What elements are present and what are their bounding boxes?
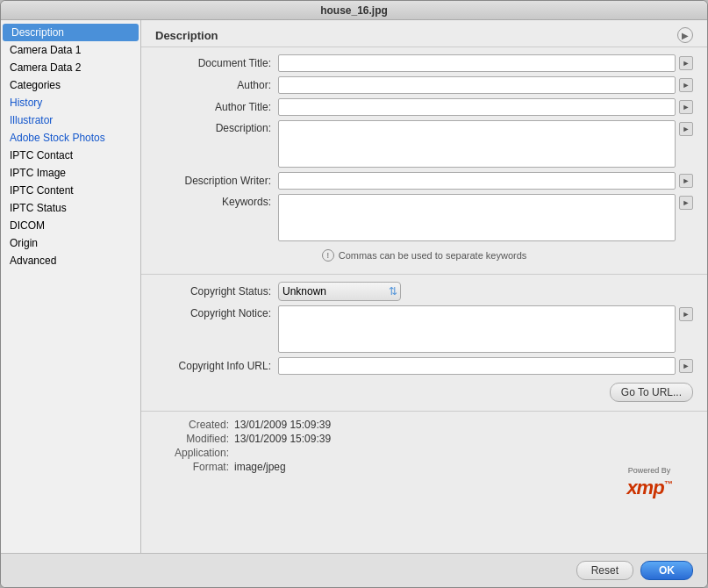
format-value: image/jpeg: [234, 461, 286, 473]
main-content: Description ▶ Document Title: ► Author: …: [141, 20, 707, 553]
keywords-expand[interactable]: ►: [679, 196, 693, 210]
author-expand[interactable]: ►: [679, 78, 693, 92]
bottom-bar: Reset OK: [1, 553, 707, 587]
titlebar: house_16.jpg: [1, 1, 707, 20]
created-row: Created: 13/01/2009 15:09:39: [155, 419, 605, 431]
author-title-input[interactable]: [278, 98, 676, 116]
format-label: Format:: [155, 461, 234, 473]
sidebar-item-illustrator[interactable]: Illustrator: [1, 111, 140, 129]
modified-row: Modified: 13/01/2009 15:09:39: [155, 433, 605, 445]
copyright-status-label: Copyright Status:: [155, 285, 278, 298]
author-label: Author:: [155, 79, 278, 91]
sidebar-item-dicom[interactable]: DICOM: [1, 217, 140, 234]
description-writer-label: Description Writer:: [155, 175, 278, 187]
document-title-input[interactable]: [278, 54, 676, 72]
author-title-expand[interactable]: ►: [679, 100, 693, 114]
sidebar-item-iptc-contact[interactable]: IPTC Contact: [1, 147, 140, 164]
application-row: Application:: [155, 447, 605, 459]
document-title-label: Document Title:: [155, 57, 278, 69]
copyright-notice-row: Copyright Notice: ►: [155, 305, 693, 353]
hint-icon: !: [322, 249, 334, 262]
sidebar-item-history[interactable]: History: [1, 94, 140, 111]
sidebar-item-iptc-content[interactable]: IPTC Content: [1, 182, 140, 199]
author-title-label: Author Title:: [155, 101, 278, 113]
copyright-notice-textarea[interactable]: [278, 305, 676, 353]
xmp-branding: Powered By xmp™: [605, 419, 693, 546]
keywords-hint-row: ! Commas can be used to separate keyword…: [155, 246, 693, 267]
created-value: 13/01/2009 15:09:39: [234, 419, 331, 431]
copyright-url-row: Copyright Info URL: ►: [155, 357, 693, 375]
footer-info: Created: 13/01/2009 15:09:39 Modified: 1…: [141, 412, 707, 553]
reset-button[interactable]: Reset: [576, 561, 633, 580]
xmp-logo: xmp™: [626, 477, 671, 499]
copyright-url-expand[interactable]: ►: [679, 359, 693, 373]
window-title: house_16.jpg: [320, 4, 388, 17]
document-title-row: Document Title: ►: [155, 54, 693, 72]
sidebar-item-camera-data-2[interactable]: Camera Data 2: [1, 59, 140, 76]
keywords-row: Keywords: ►: [155, 194, 693, 241]
sidebar-item-origin[interactable]: Origin: [1, 234, 140, 252]
copyright-url-input[interactable]: [278, 357, 676, 375]
section-next-button[interactable]: ▶: [677, 27, 693, 43]
description-form-area: Document Title: ► Author: ► Author Title…: [141, 47, 707, 275]
description-row: Description: ►: [155, 120, 693, 168]
created-label: Created:: [155, 419, 234, 431]
sidebar-item-categories[interactable]: Categories: [1, 76, 140, 94]
description-textarea[interactable]: [278, 120, 676, 168]
copyright-notice-expand[interactable]: ►: [679, 307, 693, 321]
sidebar-item-adobe-stock-photos[interactable]: Adobe Stock Photos: [1, 129, 140, 147]
window-body: DescriptionCamera Data 1Camera Data 2Cat…: [1, 20, 707, 553]
sidebar-item-advanced[interactable]: Advanced: [1, 252, 140, 269]
powered-by-text: Powered By: [628, 466, 671, 475]
copyright-status-wrapper: Unknown Copyrighted Public Domain ⇅: [278, 282, 401, 301]
copyright-status-select[interactable]: Unknown Copyrighted Public Domain: [278, 282, 401, 301]
sidebar-item-camera-data-1[interactable]: Camera Data 1: [1, 41, 140, 59]
description-writer-row: Description Writer: ►: [155, 172, 693, 190]
description-label: Description:: [155, 122, 278, 134]
description-writer-expand[interactable]: ►: [679, 174, 693, 188]
keywords-textarea[interactable]: [278, 194, 676, 241]
footer-meta: Created: 13/01/2009 15:09:39 Modified: 1…: [155, 419, 605, 546]
keywords-label: Keywords:: [155, 196, 278, 208]
modified-label: Modified:: [155, 433, 234, 445]
application-label: Application:: [155, 447, 234, 459]
author-row: Author: ►: [155, 76, 693, 94]
sidebar-item-description[interactable]: Description: [3, 24, 139, 41]
ok-button[interactable]: OK: [640, 561, 693, 580]
format-row: Format: image/jpeg: [155, 461, 605, 473]
sidebar: DescriptionCamera Data 1Camera Data 2Cat…: [1, 20, 141, 553]
copyright-notice-label: Copyright Notice:: [155, 307, 278, 319]
author-input[interactable]: [278, 76, 676, 94]
section-header: Description ▶: [141, 20, 707, 47]
document-title-expand[interactable]: ►: [679, 56, 693, 70]
goto-row: Go To URL...: [155, 379, 693, 404]
goto-url-button[interactable]: Go To URL...: [610, 383, 693, 402]
sidebar-item-iptc-status[interactable]: IPTC Status: [1, 199, 140, 217]
copyright-status-row: Copyright Status: Unknown Copyrighted Pu…: [155, 282, 693, 301]
modified-value: 13/01/2009 15:09:39: [234, 433, 331, 445]
description-expand[interactable]: ►: [679, 122, 693, 136]
copyright-area: Copyright Status: Unknown Copyrighted Pu…: [141, 275, 707, 412]
description-writer-input[interactable]: [278, 172, 676, 190]
author-title-row: Author Title: ►: [155, 98, 693, 116]
main-window: house_16.jpg DescriptionCamera Data 1Cam…: [0, 0, 708, 588]
sidebar-item-iptc-image[interactable]: IPTC Image: [1, 164, 140, 182]
section-title: Description: [155, 29, 218, 42]
keywords-hint-text: Commas can be used to separate keywords: [339, 250, 527, 261]
copyright-url-label: Copyright Info URL:: [155, 360, 278, 372]
